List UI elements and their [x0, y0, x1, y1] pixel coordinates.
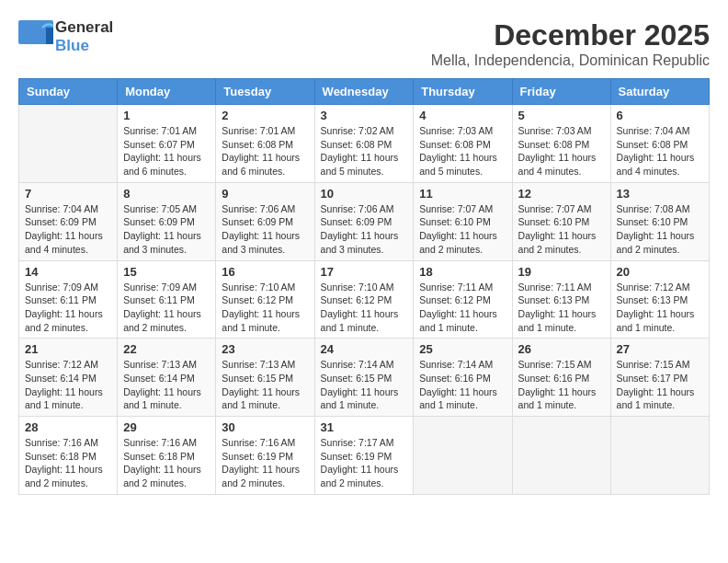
day-info: Sunrise: 7:09 AM Sunset: 6:11 PM Dayligh… [123, 281, 210, 335]
day-number: 9 [222, 187, 308, 201]
day-number: 16 [222, 265, 308, 279]
title-section: December 2025 Mella, Independencia, Domi… [431, 18, 710, 69]
day-number: 24 [321, 342, 408, 356]
calendar-cell: 4Sunrise: 7:03 AM Sunset: 6:08 PM Daylig… [414, 105, 512, 183]
calendar-cell: 15Sunrise: 7:09 AM Sunset: 6:11 PM Dayli… [118, 260, 216, 339]
weekday-header: Wednesday [314, 79, 414, 105]
month-title: December 2025 [431, 18, 710, 52]
day-info: Sunrise: 7:01 AM Sunset: 6:08 PM Dayligh… [222, 124, 308, 178]
day-number: 13 [617, 187, 703, 201]
weekday-header: Sunday [19, 79, 118, 105]
calendar-cell: 25Sunrise: 7:14 AM Sunset: 6:16 PM Dayli… [414, 339, 512, 417]
calendar-cell [512, 417, 610, 495]
day-number: 11 [419, 187, 506, 201]
day-info: Sunrise: 7:13 AM Sunset: 6:14 PM Dayligh… [123, 358, 210, 412]
weekday-header: Friday [512, 79, 610, 105]
day-info: Sunrise: 7:16 AM Sunset: 6:19 PM Dayligh… [222, 436, 308, 490]
day-number: 19 [518, 265, 605, 279]
weekday-header: Thursday [414, 79, 512, 105]
calendar-cell: 20Sunrise: 7:12 AM Sunset: 6:13 PM Dayli… [610, 260, 709, 339]
calendar-cell: 28Sunrise: 7:16 AM Sunset: 6:18 PM Dayli… [19, 417, 118, 495]
day-info: Sunrise: 7:06 AM Sunset: 6:09 PM Dayligh… [321, 202, 408, 257]
calendar-cell: 7Sunrise: 7:04 AM Sunset: 6:09 PM Daylig… [19, 182, 118, 260]
calendar-cell: 18Sunrise: 7:11 AM Sunset: 6:12 PM Dayli… [414, 260, 512, 339]
day-info: Sunrise: 7:15 AM Sunset: 6:17 PM Dayligh… [617, 358, 703, 412]
location: Mella, Independencia, Dominican Republic [431, 52, 710, 69]
day-info: Sunrise: 7:03 AM Sunset: 6:08 PM Dayligh… [419, 124, 506, 178]
calendar-week-row: 1Sunrise: 7:01 AM Sunset: 6:07 PM Daylig… [19, 105, 710, 183]
calendar-cell: 26Sunrise: 7:15 AM Sunset: 6:16 PM Dayli… [512, 339, 610, 417]
calendar-cell: 12Sunrise: 7:07 AM Sunset: 6:10 PM Dayli… [512, 182, 610, 260]
calendar-cell: 1Sunrise: 7:01 AM Sunset: 6:07 PM Daylig… [118, 105, 216, 183]
day-number: 17 [321, 265, 408, 279]
calendar-cell: 29Sunrise: 7:16 AM Sunset: 6:18 PM Dayli… [118, 417, 216, 495]
day-number: 1 [123, 109, 210, 122]
weekday-header: Saturday [610, 79, 709, 105]
day-number: 6 [617, 109, 703, 122]
day-number: 3 [321, 109, 408, 122]
calendar-cell: 31Sunrise: 7:17 AM Sunset: 6:19 PM Dayli… [314, 417, 414, 495]
day-info: Sunrise: 7:02 AM Sunset: 6:08 PM Dayligh… [321, 124, 408, 178]
day-number: 27 [617, 342, 703, 356]
calendar-cell: 5Sunrise: 7:03 AM Sunset: 6:08 PM Daylig… [512, 105, 610, 183]
day-info: Sunrise: 7:05 AM Sunset: 6:09 PM Dayligh… [123, 202, 210, 257]
day-number: 26 [518, 342, 605, 356]
day-number: 28 [25, 420, 111, 434]
calendar-week-row: 7Sunrise: 7:04 AM Sunset: 6:09 PM Daylig… [19, 182, 710, 260]
day-number: 4 [419, 109, 506, 122]
day-info: Sunrise: 7:04 AM Sunset: 6:09 PM Dayligh… [25, 202, 111, 257]
day-info: Sunrise: 7:01 AM Sunset: 6:07 PM Dayligh… [123, 124, 210, 178]
day-info: Sunrise: 7:16 AM Sunset: 6:18 PM Dayligh… [123, 436, 210, 490]
day-number: 23 [222, 342, 308, 356]
day-info: Sunrise: 7:11 AM Sunset: 6:13 PM Dayligh… [518, 281, 605, 335]
day-number: 30 [222, 420, 308, 434]
day-info: Sunrise: 7:17 AM Sunset: 6:19 PM Dayligh… [321, 436, 408, 490]
day-info: Sunrise: 7:11 AM Sunset: 6:12 PM Dayligh… [419, 281, 506, 335]
day-number: 7 [25, 187, 111, 201]
calendar-cell: 17Sunrise: 7:10 AM Sunset: 6:12 PM Dayli… [314, 260, 414, 339]
weekday-header: Tuesday [216, 79, 314, 105]
calendar-cell: 21Sunrise: 7:12 AM Sunset: 6:14 PM Dayli… [19, 339, 118, 417]
day-info: Sunrise: 7:09 AM Sunset: 6:11 PM Dayligh… [25, 281, 111, 335]
day-number: 31 [321, 420, 408, 434]
calendar-cell: 24Sunrise: 7:14 AM Sunset: 6:15 PM Dayli… [314, 339, 414, 417]
calendar-cell [19, 105, 118, 183]
day-number: 2 [222, 109, 308, 122]
day-number: 10 [321, 187, 408, 201]
day-number: 29 [123, 420, 210, 434]
day-number: 5 [518, 109, 605, 122]
calendar-cell: 10Sunrise: 7:06 AM Sunset: 6:09 PM Dayli… [314, 182, 414, 260]
day-number: 15 [123, 265, 210, 279]
logo-icon [18, 20, 55, 53]
logo-text: General Blue [55, 18, 113, 56]
day-number: 21 [25, 342, 111, 356]
weekday-header: Monday [118, 79, 216, 105]
day-info: Sunrise: 7:15 AM Sunset: 6:16 PM Dayligh… [518, 358, 605, 412]
day-info: Sunrise: 7:13 AM Sunset: 6:15 PM Dayligh… [222, 358, 308, 412]
calendar-cell [610, 417, 709, 495]
day-info: Sunrise: 7:07 AM Sunset: 6:10 PM Dayligh… [419, 202, 506, 257]
calendar-week-row: 28Sunrise: 7:16 AM Sunset: 6:18 PM Dayli… [19, 417, 710, 495]
day-info: Sunrise: 7:14 AM Sunset: 6:16 PM Dayligh… [419, 358, 506, 412]
calendar-cell: 23Sunrise: 7:13 AM Sunset: 6:15 PM Dayli… [216, 339, 314, 417]
day-info: Sunrise: 7:04 AM Sunset: 6:08 PM Dayligh… [617, 124, 703, 178]
calendar-cell: 3Sunrise: 7:02 AM Sunset: 6:08 PM Daylig… [314, 105, 414, 183]
calendar-cell: 11Sunrise: 7:07 AM Sunset: 6:10 PM Dayli… [414, 182, 512, 260]
calendar-cell: 6Sunrise: 7:04 AM Sunset: 6:08 PM Daylig… [610, 105, 709, 183]
calendar-cell: 27Sunrise: 7:15 AM Sunset: 6:17 PM Dayli… [610, 339, 709, 417]
day-info: Sunrise: 7:16 AM Sunset: 6:18 PM Dayligh… [25, 436, 111, 490]
calendar-cell: 8Sunrise: 7:05 AM Sunset: 6:09 PM Daylig… [118, 182, 216, 260]
day-info: Sunrise: 7:12 AM Sunset: 6:13 PM Dayligh… [617, 281, 703, 335]
calendar-week-row: 21Sunrise: 7:12 AM Sunset: 6:14 PM Dayli… [19, 339, 710, 417]
day-number: 12 [518, 187, 605, 201]
calendar-cell: 2Sunrise: 7:01 AM Sunset: 6:08 PM Daylig… [216, 105, 314, 183]
calendar-cell: 30Sunrise: 7:16 AM Sunset: 6:19 PM Dayli… [216, 417, 314, 495]
calendar-cell [414, 417, 512, 495]
day-info: Sunrise: 7:14 AM Sunset: 6:15 PM Dayligh… [321, 358, 408, 412]
day-info: Sunrise: 7:03 AM Sunset: 6:08 PM Dayligh… [518, 124, 605, 178]
calendar-cell: 14Sunrise: 7:09 AM Sunset: 6:11 PM Dayli… [19, 260, 118, 339]
calendar-cell: 9Sunrise: 7:06 AM Sunset: 6:09 PM Daylig… [216, 182, 314, 260]
day-info: Sunrise: 7:06 AM Sunset: 6:09 PM Dayligh… [222, 202, 308, 257]
calendar-cell: 22Sunrise: 7:13 AM Sunset: 6:14 PM Dayli… [118, 339, 216, 417]
svg-marker-1 [46, 28, 53, 44]
